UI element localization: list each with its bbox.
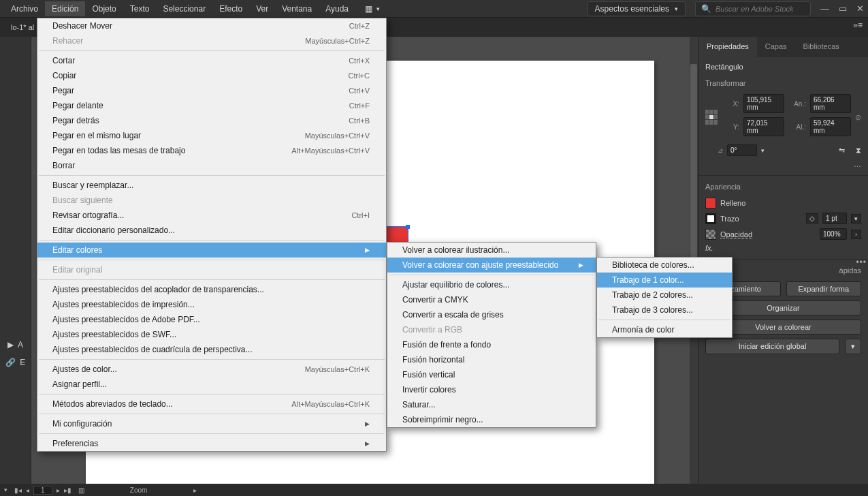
chevron-down-icon[interactable]: ▾ [376, 5, 380, 12]
submenu-arrow-icon: ▶ [365, 247, 370, 253]
x-field[interactable]: 105,915 mm [743, 94, 784, 113]
menu-item[interactable]: Trabajo de 1 color... [597, 273, 732, 288]
chevron-right-icon[interactable]: › [851, 230, 861, 239]
workspace-label: Aspectos esenciales [595, 4, 669, 14]
menu-item[interactable]: Ajustes preestablecidos de impresión... [37, 297, 386, 312]
menu-item[interactable]: Buscar y reemplazar... [37, 178, 386, 193]
flip-v-icon[interactable]: ⧗ [856, 146, 861, 155]
menu-item[interactable]: Pegar detrásCtrl+B [37, 113, 386, 128]
menu-seleccionar[interactable]: Seleccionar [156, 1, 212, 16]
y-field[interactable]: 72,015 mm [743, 117, 784, 136]
menu-item: Buscar siguiente [37, 193, 386, 208]
menu-item[interactable]: Borrar [37, 158, 386, 173]
menu-item[interactable]: Asignar perfil... [37, 377, 386, 392]
menu-item[interactable]: Ajustes de color...Mayúsculas+Ctrl+K [37, 362, 386, 377]
chevron-down-icon[interactable]: ▾ [4, 486, 7, 493]
menu-item[interactable]: CopiarCtrl+C [37, 68, 386, 83]
global-edit-dropdown[interactable]: ▾ [845, 339, 861, 354]
more-options-icon[interactable]: … [705, 160, 861, 168]
menu-item[interactable]: Volver a colorear con ajuste preestablec… [387, 258, 596, 273]
global-edit-button[interactable]: Iniciar edición global [705, 339, 839, 354]
opacity-field[interactable]: 100% [820, 228, 847, 240]
h-field[interactable]: 59,924 mm [810, 117, 851, 136]
tab-propiedades[interactable]: Propiedades [698, 37, 757, 57]
menu-edicion[interactable]: Edición [45, 1, 85, 16]
stock-search-input[interactable] [716, 5, 805, 13]
menu-item[interactable]: Fusión de frente a fondo [387, 337, 596, 352]
menu-item[interactable]: Fusión vertical [387, 367, 596, 382]
fx-label[interactable]: fx. [705, 244, 713, 252]
menu-item[interactable]: Ajustar equilibrio de colores... [387, 277, 596, 292]
last-page-icon[interactable]: ▸▮ [64, 486, 71, 494]
tab-bibliotecas[interactable]: Bibliotecas [795, 37, 848, 57]
fill-swatch[interactable] [705, 198, 716, 208]
next-page-icon[interactable]: ▸ [57, 486, 60, 494]
artboard-nav-icon[interactable]: ▥ [78, 486, 84, 494]
menu-item[interactable]: Pegar en todas las mesas de trabajoAlt+M… [37, 143, 386, 158]
menu-texto[interactable]: Texto [123, 1, 157, 16]
play-icon[interactable]: ▶ A [5, 337, 27, 353]
menu-item[interactable]: Sobreimprimir negro... [387, 412, 596, 427]
zoom-label[interactable]: Zoom [91, 486, 187, 494]
flip-h-icon[interactable]: ⇋ [839, 146, 845, 155]
menu-ver[interactable]: Ver [249, 1, 275, 16]
chevron-down-icon[interactable]: ▾ [761, 147, 765, 154]
menu-item[interactable]: Volver a colorear ilustración... [387, 243, 596, 258]
page-field[interactable]: 1 [33, 486, 52, 495]
doctab-menu-icon[interactable]: »≡ [853, 20, 863, 30]
arrange-docs-icon[interactable]: ▦ [365, 4, 372, 14]
menu-efecto[interactable]: Efecto [212, 1, 249, 16]
menu-item[interactable]: Ajustes preestablecidos de Adobe PDF... [37, 312, 386, 327]
menu-ventana[interactable]: Ventana [275, 1, 319, 16]
menu-item[interactable]: Deshacer MoverCtrl+Z [37, 18, 386, 33]
reference-point-icon[interactable] [705, 110, 718, 125]
tab-capas[interactable]: Capas [757, 37, 795, 57]
menu-item[interactable]: Trabajo de 2 colores... [597, 288, 732, 303]
menu-item[interactable]: Pegar en el mismo lugarMayúsculas+Ctrl+V [37, 128, 386, 143]
menu-item[interactable]: PegarCtrl+V [37, 83, 386, 98]
workspace-switcher[interactable]: Aspectos esenciales ▾ [588, 1, 686, 16]
menu-item[interactable]: Trabajo de 3 colores... [597, 303, 732, 317]
chevron-down-icon[interactable]: ▾ [851, 214, 861, 223]
menu-item[interactable]: Convertir a CMYK [387, 292, 596, 307]
menu-item[interactable]: Pegar delanteCtrl+F [37, 98, 386, 113]
expand-shape-button[interactable]: Expandir forma [786, 281, 862, 296]
zoom-menu-icon[interactable]: ▸ [193, 486, 197, 494]
first-page-icon[interactable]: ▮◂ [14, 486, 22, 494]
stroke-swatch[interactable] [705, 213, 716, 224]
maximize-icon[interactable]: ▭ [839, 3, 847, 14]
menu-item[interactable]: Revisar ortografía...Ctrl+I [37, 208, 386, 223]
menu-item[interactable]: Ajustes preestablecidos de SWF... [37, 327, 386, 342]
menu-archivo[interactable]: Archivo [4, 1, 45, 16]
prev-page-icon[interactable]: ◂ [26, 486, 29, 494]
stroke-field[interactable]: 1 pt [822, 213, 847, 224]
menu-item[interactable]: Fusión horizontal [387, 352, 596, 367]
minimize-icon[interactable]: ― [820, 3, 829, 14]
menu-ayuda[interactable]: Ayuda [319, 1, 355, 16]
menu-objeto[interactable]: Objeto [85, 1, 123, 16]
menu-item[interactable]: Convertir a escala de grises [387, 307, 596, 322]
close-icon[interactable]: ✕ [856, 3, 864, 14]
menu-item[interactable]: Métodos abreviados de teclado...Alt+Mayú… [37, 397, 386, 412]
menu-item[interactable]: Saturar... [387, 397, 596, 412]
link-icon[interactable]: 🔗 E [5, 354, 27, 371]
menu-item[interactable]: Biblioteca de colores... [597, 258, 732, 273]
opacity-swatch[interactable] [705, 229, 716, 240]
menu-item[interactable]: Editar colores▶ [37, 243, 386, 258]
menu-item[interactable]: Armonía de color [597, 322, 732, 337]
menu-item[interactable]: Invertir colores [387, 382, 596, 397]
menu-item[interactable]: Preferencias▶ [37, 436, 386, 451]
link-wh-icon[interactable]: ⊘ [855, 113, 861, 122]
angle-field[interactable]: 0° [727, 144, 757, 156]
menu-item[interactable]: CortarCtrl+X [37, 53, 386, 68]
menu-item[interactable]: Mi configuración▶ [37, 416, 386, 431]
stock-search[interactable]: 🔍 [695, 1, 811, 16]
panel-options-icon[interactable]: ••• [856, 258, 867, 267]
w-field[interactable]: 66,206 mm [810, 94, 851, 113]
chevron-down-icon: ▾ [675, 5, 678, 12]
menu-item[interactable]: Ajustes preestablecidos de cuadrícula de… [37, 342, 386, 357]
menu-item[interactable]: Ajustes preestablecidos del acoplador de… [37, 282, 386, 297]
scrollbar-thumb[interactable] [690, 64, 697, 268]
menu-item[interactable]: Editar diccionario personalizado... [37, 223, 386, 238]
stroke-stepper[interactable]: ◇ [806, 213, 818, 223]
